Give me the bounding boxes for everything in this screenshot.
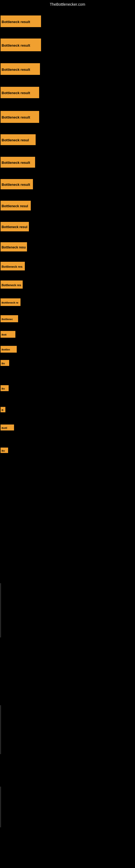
bottleneck-result-badge: Bottleneck result bbox=[1, 38, 41, 51]
bottleneck-result-badge: Bottleneck result bbox=[1, 63, 40, 75]
bottleneck-result-badge: Bottleneck result bbox=[1, 157, 35, 167]
bottleneck-result-badge: Bottlenec bbox=[1, 315, 18, 322]
bottleneck-result-badge: Bottleneck res bbox=[1, 262, 25, 271]
bottleneck-result-badge: Bottleneck result bbox=[1, 111, 39, 123]
bottleneck-result-badge: Bottlen bbox=[1, 346, 17, 352]
bottleneck-result-badge: Bo bbox=[1, 360, 9, 366]
site-title: TheBottlenecker.com bbox=[0, 2, 135, 6]
bottleneck-result-badge: Bottleneck res bbox=[1, 280, 23, 289]
bottleneck-result-badge: Bott bbox=[1, 331, 15, 338]
bottleneck-result-badge: Bottl bbox=[1, 425, 14, 431]
bottleneck-result-badge: Bottleneck result bbox=[1, 87, 39, 98]
bottleneck-result-badge: Bottleneck resu bbox=[1, 242, 27, 251]
bottleneck-result-badge: Bottleneck re bbox=[1, 299, 20, 306]
bottleneck-result-badge: Bottleneck resul bbox=[1, 222, 29, 231]
bottleneck-result-badge: Bottleneck result bbox=[1, 16, 41, 27]
bottleneck-result-badge: Bottleneck resul bbox=[1, 134, 36, 145]
bottleneck-result-badge: Bottleneck resul bbox=[1, 201, 31, 211]
bottleneck-result-badge: B bbox=[1, 407, 5, 412]
bottleneck-result-badge: Bo bbox=[1, 385, 9, 391]
bottleneck-result-badge: Bottleneck result bbox=[1, 179, 33, 189]
bottleneck-result-badge: Bo bbox=[1, 447, 8, 453]
